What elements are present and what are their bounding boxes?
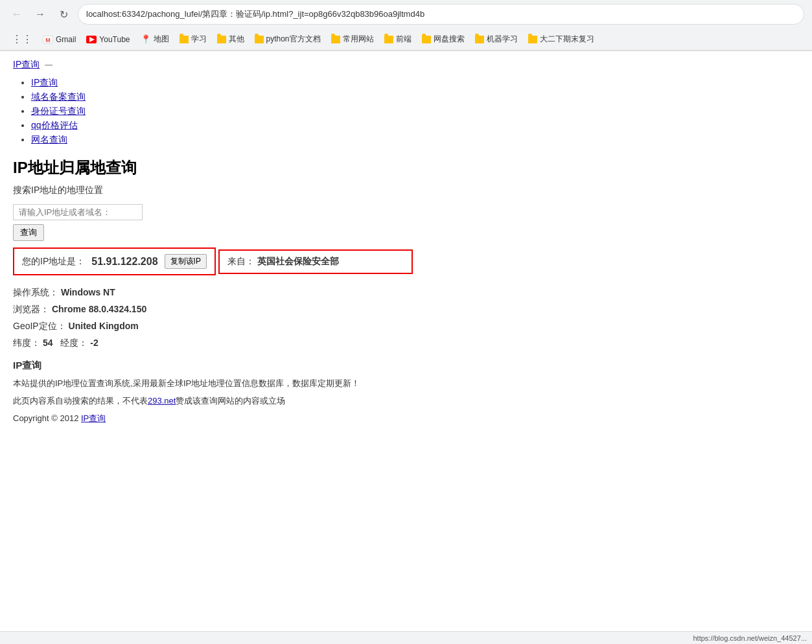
os-value: Windows NT xyxy=(61,287,115,297)
folder-icon xyxy=(422,36,431,43)
ip-result-line: 您的IP地址是： 51.91.122.208 复制该IP xyxy=(22,254,207,269)
folder-icon xyxy=(475,36,484,43)
geoip-info: GeoIP定位： United Kingdom xyxy=(13,321,570,332)
nav-bar: ← → ↻ xyxy=(0,0,812,29)
lat-label: 纬度： xyxy=(13,338,40,348)
browser-value: Chrome 88.0.4324.150 xyxy=(52,304,146,314)
from-value: 英国社会保险安全部 xyxy=(257,256,339,266)
refresh-button[interactable]: ↻ xyxy=(54,5,73,23)
lng-value: -2 xyxy=(90,338,98,348)
from-label: 来自： xyxy=(227,256,255,266)
bookmark-disk-search[interactable]: 网盘搜索 xyxy=(418,32,469,47)
apps-icon[interactable]: ⋮⋮ xyxy=(8,31,36,47)
browser-chrome: ← → ↻ ⋮⋮ M Gmail YouTube 📍 地图 学习 其他 xyxy=(0,0,812,51)
folder-icon xyxy=(217,36,226,43)
browser-info: 浏览器： Chrome 88.0.4324.150 xyxy=(13,304,570,316)
copyright-line: Copyright © 2012 IP查询 xyxy=(13,412,570,426)
ip-input[interactable] xyxy=(13,204,143,220)
list-item: qq价格评估 xyxy=(31,120,570,132)
breadcrumb-sep: — xyxy=(45,60,52,69)
back-button[interactable]: ← xyxy=(8,5,26,23)
folder-icon xyxy=(384,36,393,43)
ip-value: 51.91.122.208 xyxy=(91,256,157,268)
lng-label: 经度： xyxy=(60,338,87,348)
geoip-value: United Kingdom xyxy=(69,321,139,331)
bookmark-study[interactable]: 学习 xyxy=(176,32,211,47)
nav-link-name[interactable]: 网名查询 xyxy=(31,134,67,144)
nav-list: IP查询 域名备案查询 身份证号查询 qq价格评估 网名查询 xyxy=(31,77,570,146)
bookmark-other[interactable]: 其他 xyxy=(213,32,248,47)
from-result-box: 来自： 英国社会保险安全部 xyxy=(218,249,413,274)
maps-icon: 📍 xyxy=(141,34,151,44)
copyright-text: Copyright © 2012 xyxy=(13,413,81,423)
footer-link[interactable]: 293.net xyxy=(148,396,176,406)
nav-link-ip[interactable]: IP查询 xyxy=(31,77,58,87)
folder-icon xyxy=(255,36,264,43)
forward-button[interactable]: → xyxy=(31,5,49,23)
list-item: 网名查询 xyxy=(31,134,570,146)
youtube-icon xyxy=(86,36,97,43)
os-label: 操作系统： xyxy=(13,287,58,297)
list-item: IP查询 xyxy=(31,77,570,89)
nav-link-id[interactable]: 身份证号查询 xyxy=(31,106,86,116)
nav-link-qq[interactable]: qq价格评估 xyxy=(31,120,78,130)
bookmark-maps[interactable]: 📍 地图 xyxy=(137,32,173,47)
copyright-link[interactable]: IP查询 xyxy=(81,413,106,423)
os-info: 操作系统： Windows NT xyxy=(13,287,570,299)
list-item: 域名备案查询 xyxy=(31,91,570,103)
copy-ip-button[interactable]: 复制该IP xyxy=(165,254,207,269)
breadcrumb: IP查询 — xyxy=(13,59,570,71)
bookmark-ml[interactable]: 机器学习 xyxy=(471,32,522,47)
page-subtitle: 搜索IP地址的地理位置 xyxy=(13,185,570,196)
geoip-label: GeoIP定位： xyxy=(13,321,66,331)
bookmarks-bar: ⋮⋮ M Gmail YouTube 📍 地图 学习 其他 python官方文档 xyxy=(0,29,812,51)
bookmark-exam[interactable]: 大二下期末复习 xyxy=(524,32,598,47)
footer-text-2: 此页内容系自动搜索的结果，不代表293.net赞成该查询网站的内容或立场 xyxy=(13,395,570,408)
bookmark-gmail[interactable]: M Gmail xyxy=(39,33,80,46)
folder-icon xyxy=(331,36,340,43)
ip-result-box: 您的IP地址是： 51.91.122.208 复制该IP xyxy=(13,247,216,275)
folder-icon xyxy=(180,36,189,43)
footer-suffix: 赞成该查询网站的内容或立场 xyxy=(176,396,285,406)
breadcrumb-link[interactable]: IP查询 xyxy=(13,59,40,71)
list-item: 身份证号查询 xyxy=(31,106,570,117)
bookmark-python-docs[interactable]: python官方文档 xyxy=(251,32,325,47)
page-title: IP地址归属地查询 xyxy=(13,157,570,178)
nav-link-domain[interactable]: 域名备案查询 xyxy=(31,91,86,102)
ip-label: 您的IP地址是： xyxy=(22,256,85,268)
bookmark-youtube[interactable]: YouTube xyxy=(82,33,133,46)
browser-label: 浏览器： xyxy=(13,304,49,314)
lat-value: 54 xyxy=(43,338,53,348)
page-content: IP查询 — IP查询 域名备案查询 身份证号查询 qq价格评估 网名查询 IP… xyxy=(0,51,583,437)
bookmark-common-sites[interactable]: 常用网站 xyxy=(327,32,378,47)
address-bar[interactable] xyxy=(78,4,804,25)
input-group: 查询 xyxy=(13,204,570,241)
coordinates-info: 纬度： 54 经度： -2 xyxy=(13,338,570,349)
folder-icon xyxy=(528,36,537,43)
bookmark-frontend[interactable]: 前端 xyxy=(380,32,415,47)
query-button[interactable]: 查询 xyxy=(13,224,44,241)
footer-prefix: 此页内容系自动搜索的结果，不代表 xyxy=(13,396,148,406)
section-heading: IP查询 xyxy=(13,360,570,372)
footer-text-1: 本站提供的IP地理位置查询系统,采用最新全球IP地址地理位置信息数据库，数据库定… xyxy=(13,377,570,391)
